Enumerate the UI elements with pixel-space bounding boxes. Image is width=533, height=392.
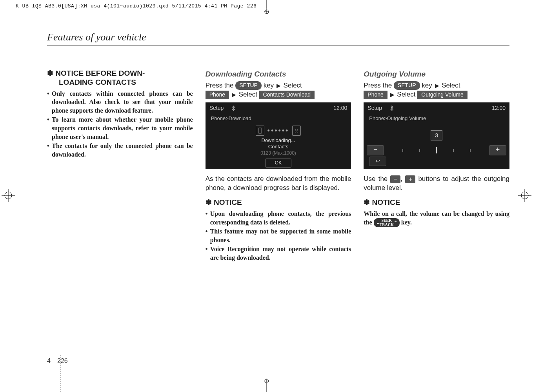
bullet-item: Upon downloading phone contacts, the pre… bbox=[206, 210, 351, 226]
seek-track-key: ⌄SEEKTRACK⌃ bbox=[374, 218, 400, 227]
section-title: Features of your vehicle bbox=[47, 31, 509, 46]
bluetooth-icon bbox=[389, 106, 395, 111]
bullet-item: Voice Recognition may not operate while … bbox=[206, 245, 351, 262]
sub-heading-downloading: Downloading Contacts bbox=[206, 69, 351, 79]
page-number-value: 226 bbox=[54, 357, 68, 365]
notice-bullets-2: Upon downloading phone contacts, the pre… bbox=[206, 210, 351, 262]
notice-body: While on a call, the volume can be chang… bbox=[364, 210, 509, 227]
notice-heading: ✽ NOTICE BEFORE DOWN- LOADING CONTACTS bbox=[47, 69, 193, 87]
contacts-download-key: Contacts Download bbox=[259, 91, 315, 99]
contact-card-icon bbox=[292, 126, 301, 136]
setup-key: SETUP bbox=[394, 81, 420, 90]
column-3: Outgoing Volume Press the SETUP key ▶ Se… bbox=[364, 69, 509, 263]
notice-line1: ✽ NOTICE BEFORE DOWN- bbox=[47, 69, 145, 77]
crop-mark-top bbox=[259, 0, 275, 14]
ss-breadcrumb: Phone>Download bbox=[206, 114, 351, 123]
sub-heading-outgoing: Outgoing Volume bbox=[364, 69, 509, 79]
text-select2: Select bbox=[397, 91, 415, 98]
text-mid: , bbox=[400, 175, 405, 182]
setup-key: SETUP bbox=[235, 81, 262, 90]
text-select: Select bbox=[442, 82, 460, 89]
page-number: 4226 bbox=[47, 357, 68, 365]
tick bbox=[470, 149, 471, 152]
notice-line2: LOADING CONTACTS bbox=[47, 78, 136, 86]
arrow-icon: ▶ bbox=[276, 82, 282, 89]
registration-mark-left bbox=[2, 189, 15, 204]
arrow-icon: ▶ bbox=[231, 91, 237, 98]
chapter-number: 4 bbox=[47, 357, 54, 365]
text-key: key bbox=[264, 82, 274, 89]
bullet-item: Only contacts within connected phones ca… bbox=[47, 89, 193, 115]
notice-bullets: Only contacts within connected phones ca… bbox=[47, 89, 193, 159]
body-paragraph: As the contacts are downloaded from the … bbox=[206, 175, 351, 193]
ok-button[interactable]: OK bbox=[265, 159, 291, 167]
svg-rect-14 bbox=[258, 128, 262, 133]
phone-key: Phone bbox=[206, 91, 229, 99]
minus-icon: − bbox=[390, 175, 400, 183]
file-path-header: K_UB_IQS_AB3.0[USA]:XM usa 4(101~audio)1… bbox=[16, 3, 256, 9]
notice-heading-3: ✽ NOTICE bbox=[364, 198, 509, 207]
text-key: key bbox=[422, 82, 432, 89]
plus-icon: + bbox=[405, 175, 415, 183]
text-select: Select bbox=[284, 82, 302, 89]
body-paragraph: Use the −, + buttons to adjust the outgo… bbox=[364, 175, 509, 193]
crop-mark-bottom bbox=[259, 378, 275, 392]
svg-point-15 bbox=[296, 129, 298, 131]
track-label: TRACK bbox=[380, 223, 394, 227]
ss-downloading-text: Downloading... bbox=[206, 137, 351, 144]
bullet-item: To learn more about whether your mobile … bbox=[47, 115, 193, 141]
volume-value: 3 bbox=[431, 130, 442, 140]
registration-mark-right bbox=[518, 189, 531, 204]
ss-title: Setup bbox=[209, 104, 224, 112]
text-press: Press the bbox=[364, 82, 392, 89]
column-2: Downloading Contacts Press the SETUP key… bbox=[206, 69, 351, 263]
volume-slider[interactable] bbox=[384, 147, 489, 153]
tick-current bbox=[436, 147, 437, 153]
ss-time: 12:00 bbox=[492, 104, 506, 112]
notice-heading-2: ✽ NOTICE bbox=[206, 198, 351, 207]
ss-progress-text: 0123 (Max:1000) bbox=[206, 150, 351, 156]
arrow-icon: ▶ bbox=[389, 91, 395, 98]
phone-key: Phone bbox=[364, 91, 387, 99]
arrow-icon: ▶ bbox=[434, 82, 440, 89]
tick bbox=[402, 149, 403, 152]
bullet-item: The contacts for only the connected phon… bbox=[47, 142, 193, 159]
text-select2: Select bbox=[239, 91, 257, 98]
ss-contacts-text: Contacts bbox=[206, 144, 351, 150]
column-1: ✽ NOTICE BEFORE DOWN- LOADING CONTACTS O… bbox=[47, 69, 193, 263]
outgoing-volume-key: Outgoing Volume bbox=[417, 91, 467, 99]
ss-title: Setup bbox=[367, 104, 382, 112]
volume-plus-button[interactable]: + bbox=[489, 145, 506, 155]
screenshot-download: Setup 12:00 Phone>Download •••••• Downlo… bbox=[206, 102, 351, 169]
instruction-line: Press the SETUP key ▶ Select Phone ▶ Sel… bbox=[364, 81, 509, 100]
bluetooth-icon bbox=[231, 106, 236, 111]
transfer-dots-icon: •••••• bbox=[267, 126, 289, 135]
volume-minus-button[interactable]: − bbox=[367, 145, 384, 155]
notice-text-post: key. bbox=[400, 219, 412, 226]
bullet-item: This feature may not be supported in som… bbox=[206, 227, 351, 244]
screenshot-volume: Setup 12:00 Phone>Outgoing Volume 3 − bbox=[364, 102, 509, 169]
instruction-line: Press the SETUP key ▶ Select Phone ▶ Sel… bbox=[206, 81, 351, 100]
ss-breadcrumb: Phone>Outgoing Volume bbox=[364, 114, 509, 123]
text-pre: Use the bbox=[364, 175, 390, 182]
text-press: Press the bbox=[206, 82, 234, 89]
back-button[interactable]: ↩ bbox=[369, 157, 386, 166]
phone-icon bbox=[256, 126, 264, 136]
tick bbox=[419, 149, 420, 152]
tick bbox=[453, 149, 454, 152]
ss-time: 12:00 bbox=[333, 104, 347, 112]
